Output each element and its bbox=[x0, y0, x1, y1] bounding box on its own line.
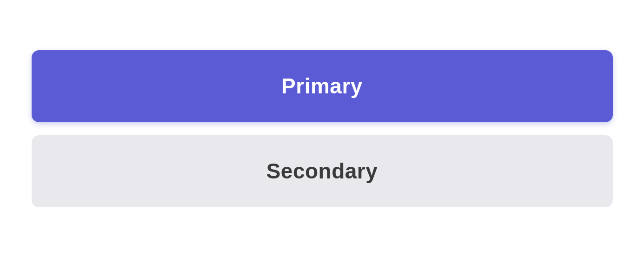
primary-button[interactable]: Primary bbox=[32, 50, 613, 122]
secondary-button[interactable]: Secondary bbox=[32, 135, 613, 207]
